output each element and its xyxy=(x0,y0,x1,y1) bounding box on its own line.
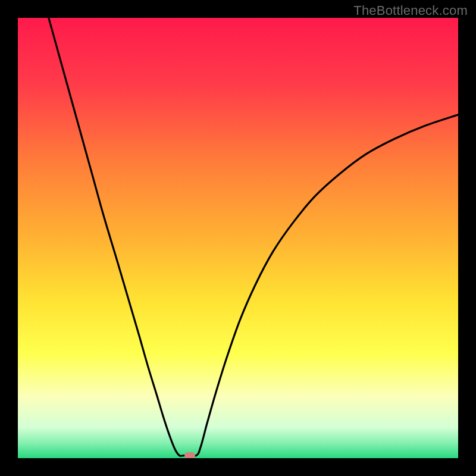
chart-frame: TheBottleneck.com xyxy=(0,0,476,476)
plot-area xyxy=(18,18,458,458)
bottleneck-curve xyxy=(49,18,458,456)
curve-layer xyxy=(18,18,458,458)
watermark-text: TheBottleneck.com xyxy=(353,3,468,18)
optimal-marker xyxy=(184,452,195,458)
